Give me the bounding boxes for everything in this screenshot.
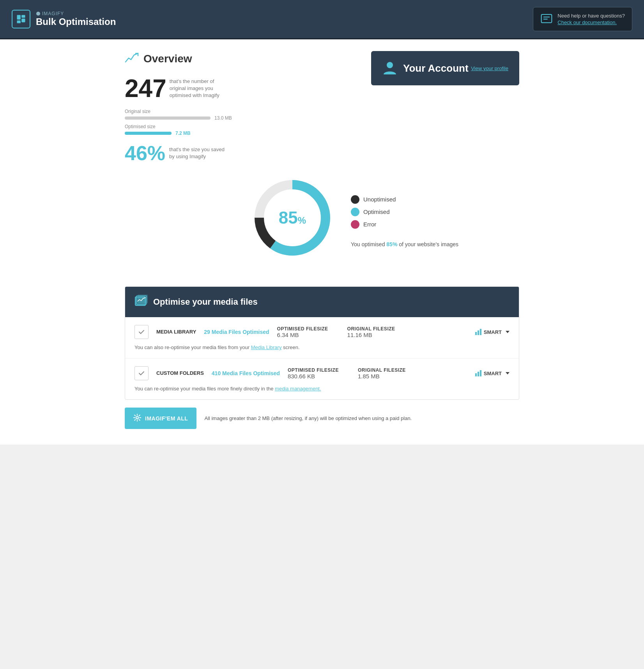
- smart-bars-icon-2: [475, 370, 481, 376]
- media-library-optimised-filesize: OPTIMISED FILESIZE 6.34 MB: [277, 326, 340, 338]
- images-count-row: 247 that's the number of original images…: [125, 76, 359, 101]
- help-panel: Need help or have questions? Check our d…: [533, 7, 632, 31]
- custom-folders-optimised-filesize: OPTIMISED FILESIZE 830.66 KB: [288, 367, 350, 380]
- media-library-check-icon: [134, 325, 149, 339]
- help-icon: [540, 13, 553, 25]
- donut-chart: 85%: [249, 175, 335, 261]
- original-size-bar-wrap: 13.0 MB: [125, 115, 359, 121]
- svg-point-16: [136, 417, 138, 419]
- original-size-label: Original size: [125, 109, 359, 114]
- media-library-link[interactable]: Media Library: [251, 344, 282, 350]
- media-library-sub-note: You can also re-optimise your media file…: [134, 344, 510, 350]
- custom-folders-smart-button[interactable]: SMART: [475, 370, 510, 376]
- svg-rect-0: [17, 15, 21, 20]
- legend-dot-optimised: [351, 208, 359, 216]
- media-library-smart-button[interactable]: SMART: [475, 329, 510, 335]
- custom-folders-smart-label: SMART: [484, 371, 502, 376]
- custom-folders-optimised-filesize-value: 830.66 KB: [288, 373, 350, 380]
- custom-folders-check-icon: [134, 366, 149, 380]
- account-title: Your Account: [403, 62, 469, 74]
- overview-title: Overview: [143, 53, 192, 65]
- imagifem-section: IMAGIF'EM ALL All images greater than 2 …: [125, 400, 519, 433]
- caption-before: You optimised: [351, 241, 386, 247]
- brand-name: IMAGIFY: [36, 11, 116, 16]
- donut-percent-value: 85: [279, 208, 298, 227]
- legend-item-unoptimised: Unoptimised: [351, 195, 396, 204]
- legend-dot-unoptimised: [351, 195, 359, 204]
- overview-chart-icon: [125, 51, 139, 67]
- legend-item-optimised: Optimised: [351, 208, 396, 216]
- legend-and-caption: Unoptimised Optimised Error You optimise…: [351, 194, 458, 249]
- header-title-block: IMAGIFY Bulk Optimisation: [36, 11, 116, 27]
- svg-point-8: [387, 62, 393, 68]
- gear-icon: [133, 414, 141, 423]
- logo-icon: [12, 10, 30, 28]
- svg-rect-2: [21, 19, 25, 22]
- header-left: IMAGIFY Bulk Optimisation: [12, 10, 116, 28]
- media-section-header: Optimise your media files: [125, 287, 519, 317]
- overview-left-col: Overview 247 that's the number of origin…: [125, 51, 359, 163]
- media-library-name: MEDIA LIBRARY: [156, 329, 196, 335]
- custom-folders-row: CUSTOM FOLDERS 410 Media Files Optimised…: [125, 358, 519, 399]
- view-profile-link[interactable]: View your profile: [471, 65, 508, 71]
- account-avatar-icon: [382, 60, 398, 77]
- help-text: Need help or have questions?: [557, 13, 625, 19]
- media-management-link[interactable]: media management.: [275, 386, 321, 392]
- optimised-size-bar-wrap: 7.2 MB: [125, 131, 359, 136]
- optimised-caption: You optimised 85% of your website's imag…: [351, 240, 458, 249]
- main-content: Overview 247 that's the number of origin…: [0, 39, 644, 445]
- media-files-icon: [134, 295, 148, 309]
- imagifem-note: All images greater than 2 MB (after resi…: [204, 415, 519, 421]
- media-library-original-filesize-value: 11.16 MB: [347, 332, 410, 338]
- smart-bars-icon: [475, 329, 481, 335]
- custom-folders-row-main: CUSTOM FOLDERS 410 Media Files Optimised…: [134, 366, 510, 380]
- overview-top-row: Overview 247 that's the number of origin…: [125, 51, 519, 163]
- legend-label-unoptimised: Unoptimised: [363, 196, 396, 203]
- custom-folders-original-filesize: ORIGINAL FILESIZE 1.85 MB: [358, 367, 420, 380]
- images-count: 247: [125, 76, 166, 101]
- imagifem-button-label: IMAGIF'EM ALL: [145, 415, 188, 422]
- media-section: Optimise your media files MEDIA LIBRARY …: [125, 286, 519, 400]
- overview-right-col: Your Account View your profile: [371, 51, 519, 85]
- media-library-count: 29 Media Files Optimised: [204, 329, 269, 335]
- media-library-smart-label: SMART: [484, 329, 502, 335]
- overview-section: Overview 247 that's the number of origin…: [125, 39, 519, 275]
- legend-label-optimised: Optimised: [363, 208, 390, 215]
- savings-desc: that's the size you saved by using Imagi…: [169, 146, 228, 160]
- svg-rect-3: [17, 21, 21, 23]
- svg-rect-5: [541, 14, 552, 23]
- custom-folders-optimised-filesize-label: OPTIMISED FILESIZE: [288, 367, 350, 373]
- media-library-original-filesize-label: ORIGINAL FILESIZE: [347, 326, 410, 332]
- original-size-bar: [125, 117, 211, 120]
- media-section-title: Optimise your media files: [153, 297, 258, 307]
- savings-percent: 46%: [125, 143, 165, 163]
- account-panel: Your Account View your profile: [371, 51, 519, 85]
- legend-item-error: Error: [351, 220, 396, 229]
- caption-after: of your website's images: [397, 241, 458, 247]
- custom-folders-name: CUSTOM FOLDERS: [156, 370, 204, 377]
- smart-dropdown-chevron-2: [506, 372, 510, 374]
- media-library-optimised-filesize-label: OPTIMISED FILESIZE: [277, 326, 340, 332]
- svg-point-4: [36, 12, 40, 16]
- documentation-link[interactable]: Check our documentation.: [557, 19, 625, 25]
- caption-percent: 85%: [386, 241, 397, 247]
- page-wrapper: Overview 247 that's the number of origin…: [117, 39, 527, 445]
- svg-rect-1: [21, 15, 25, 18]
- account-panel-left: Your Account: [382, 60, 469, 77]
- optimised-size-value: 7.2 MB: [175, 131, 191, 136]
- page-title: Bulk Optimisation: [36, 16, 116, 27]
- custom-folders-original-filesize-value: 1.85 MB: [358, 373, 420, 380]
- imagifem-all-button[interactable]: IMAGIF'EM ALL: [125, 408, 196, 429]
- original-size-value: 13.0 MB: [214, 115, 232, 121]
- donut-section: 85% Unoptimised Optimised: [125, 175, 519, 267]
- help-text-block: Need help or have questions? Check our d…: [557, 13, 625, 25]
- donut-center: 85%: [279, 208, 306, 228]
- savings-row: 46% that's the size you saved by using I…: [125, 143, 359, 163]
- media-library-optimised-filesize-value: 6.34 MB: [277, 332, 340, 338]
- images-count-desc: that's the number of original images you…: [170, 78, 232, 99]
- optimised-size-label: Optimised size: [125, 124, 359, 129]
- media-library-row: MEDIA LIBRARY 29 Media Files Optimised O…: [125, 317, 519, 358]
- chart-legend: Unoptimised Optimised Error: [351, 195, 396, 229]
- media-library-row-main: MEDIA LIBRARY 29 Media Files Optimised O…: [134, 325, 510, 339]
- legend-label-error: Error: [363, 221, 376, 228]
